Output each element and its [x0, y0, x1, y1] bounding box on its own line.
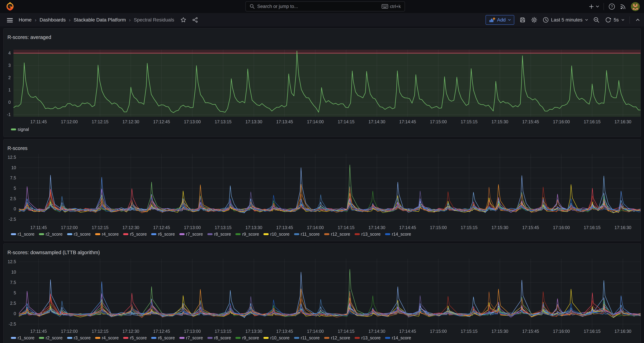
legend-swatch	[324, 337, 329, 339]
x-axis-tick-label: 17:13:00	[178, 225, 207, 230]
legend-item-r7_score[interactable]: r7_score	[180, 335, 203, 340]
user-avatar[interactable]	[631, 2, 640, 11]
legend-item-r4_score[interactable]: r4_score	[95, 335, 119, 340]
news-rss-icon	[620, 3, 626, 10]
legend-item-r1_score[interactable]: r1_score	[11, 232, 34, 237]
news-button[interactable]	[620, 3, 626, 10]
help-button[interactable]: ?	[608, 3, 615, 10]
refresh-picker[interactable]: 5s	[605, 17, 624, 23]
legend-item-r5_score[interactable]: r5_score	[123, 335, 147, 340]
y-axis-tick-label: 4	[4, 51, 11, 56]
save-icon	[520, 17, 526, 23]
caret-down-icon	[585, 19, 588, 21]
x-axis-tick-label: 17:12:45	[147, 119, 176, 124]
legend-swatch	[208, 337, 212, 339]
legend-item-r9_score[interactable]: r9_score	[236, 232, 259, 237]
panel-legend: r1_scorer2_scorer3_scorer4_scorer5_score…	[11, 232, 411, 237]
legend-label: r3_score	[74, 232, 91, 237]
legend-item-r12_score[interactable]: r12_score	[324, 232, 350, 237]
x-axis-tick-label: 17:13:15	[208, 329, 238, 334]
legend-item-r8_score[interactable]: r8_score	[208, 335, 231, 340]
search-placeholder: Search or jump to...	[257, 4, 382, 9]
legend-item-r3_score[interactable]: r3_score	[67, 335, 91, 340]
save-dashboard-button[interactable]	[520, 17, 526, 23]
panel-r-scores-averaged: R-scores: averaged 43210-117:11:4517:12:…	[3, 28, 641, 137]
legend-item-r6_score[interactable]: r6_score	[151, 335, 175, 340]
breadcrumb-home[interactable]: Home	[19, 17, 32, 23]
x-axis-tick-label: 17:13:30	[239, 329, 269, 334]
breadcrumb-folder[interactable]: Stackable Data Platform	[74, 17, 126, 23]
x-axis-tick-label: 17:15:00	[424, 119, 453, 124]
search-input[interactable]: Search or jump to... ctrl+k	[246, 2, 405, 12]
legend-swatch	[123, 233, 128, 235]
legend-item-r3_score[interactable]: r3_score	[67, 232, 91, 237]
x-axis-tick-label: 17:12:15	[86, 119, 115, 124]
x-axis-tick-label: 17:11:45	[24, 225, 53, 230]
x-axis-tick-label: 17:13:00	[178, 329, 207, 334]
new-button[interactable]	[589, 4, 599, 9]
legend-item-r1_score[interactable]: r1_score	[11, 335, 34, 340]
help-icon: ?	[608, 3, 615, 10]
x-axis-tick-label: 17:14:30	[362, 225, 392, 230]
legend-swatch	[180, 233, 184, 235]
zoom-out-button[interactable]	[593, 17, 600, 23]
chevron-up-icon	[635, 17, 640, 23]
legend-item-r2_score[interactable]: r2_score	[39, 335, 62, 340]
legend-label: r13_score	[361, 232, 380, 237]
legend-item-r12_score[interactable]: r12_score	[324, 335, 350, 340]
legend-item-r11_score[interactable]: r11_score	[294, 335, 320, 340]
legend-item-r14_score[interactable]: r14_score	[385, 232, 411, 237]
legend-item-r5_score[interactable]: r5_score	[123, 232, 147, 237]
legend-swatch	[95, 337, 100, 339]
legend-item-r9_score[interactable]: r9_score	[236, 335, 259, 340]
legend-item-r4_score[interactable]: r4_score	[95, 232, 119, 237]
legend-label: r14_score	[392, 232, 411, 237]
legend-item-r14_score[interactable]: r14_score	[385, 335, 411, 340]
legend-label: r10_score	[270, 232, 290, 237]
toolbar-actions: Add	[486, 13, 640, 27]
panel-chart[interactable]	[4, 244, 641, 343]
caret-down-icon	[622, 19, 624, 21]
x-axis-tick-label: 17:13:00	[178, 119, 207, 124]
legend-item-r6_score[interactable]: r6_score	[151, 232, 175, 237]
x-axis-tick-label: 17:15:00	[424, 225, 453, 230]
legend-item-r8_score[interactable]: r8_score	[208, 232, 231, 237]
x-axis-tick-label: 17:12:15	[86, 225, 115, 230]
legend-item-r13_score[interactable]: r13_score	[354, 335, 380, 340]
x-axis-tick-label: 17:14:15	[332, 329, 361, 334]
y-axis-tick-label: 12.5	[4, 155, 16, 160]
caret-down-icon	[508, 19, 511, 21]
mega-menu-toggle[interactable]	[7, 17, 14, 23]
legend-item-signal[interactable]: signal	[11, 127, 29, 132]
y-axis-tick-label: 10	[4, 165, 16, 170]
breadcrumb-separator	[126, 17, 134, 23]
legend-item-r7_score[interactable]: r7_score	[180, 232, 203, 237]
search-shortcut: ctrl+k	[382, 4, 401, 9]
legend-item-r2_score[interactable]: r2_score	[39, 232, 62, 237]
legend-item-r10_score[interactable]: r10_score	[264, 335, 290, 340]
panel-r-scores: R-scores 12.5107.552.50-2.517:11:4517:12…	[3, 139, 641, 241]
legend-item-r10_score[interactable]: r10_score	[264, 232, 290, 237]
add-button[interactable]: Add	[486, 15, 514, 25]
share-button[interactable]	[192, 17, 198, 23]
x-axis-tick-label: 17:15:15	[454, 225, 484, 230]
x-axis-tick-label: 17:15:00	[424, 329, 453, 334]
legend-item-r13_score[interactable]: r13_score	[354, 232, 380, 237]
x-axis-tick-label: 17:16:00	[546, 225, 576, 230]
breadcrumb-dashboards[interactable]: Dashboards	[40, 17, 66, 23]
y-axis-tick-label: 7.5	[4, 280, 16, 285]
x-axis-tick-label: 17:15:30	[485, 225, 514, 230]
legend-label: signal	[18, 127, 29, 132]
x-axis-tick-label: 17:13:45	[270, 225, 299, 230]
legend-swatch	[236, 337, 240, 339]
dashboard-settings-button[interactable]	[531, 17, 538, 23]
favorite-button[interactable]	[180, 17, 186, 23]
legend-swatch	[324, 233, 329, 235]
star-icon	[180, 17, 186, 23]
time-range-picker[interactable]: Last 5 minutes	[543, 17, 588, 23]
menu-icon	[7, 18, 13, 19]
grafana-logo[interactable]	[5, 2, 15, 11]
collapse-toolbar-button[interactable]	[635, 17, 640, 23]
legend-swatch	[385, 233, 390, 235]
legend-item-r11_score[interactable]: r11_score	[294, 232, 320, 237]
